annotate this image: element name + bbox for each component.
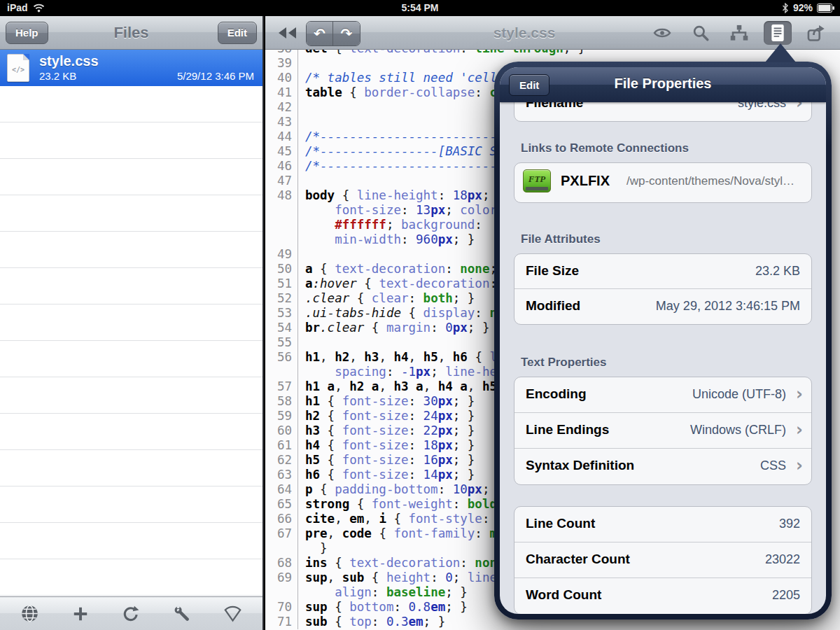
file-list-empty-row (0, 450, 262, 486)
settings-button[interactable] (170, 602, 194, 626)
file-properties-popover: Edit File Properties Filename style.css … (494, 62, 832, 620)
screen: iPad 5:54 PM 92% Help Files Edit (0, 0, 840, 630)
line-number: 70 (265, 600, 298, 615)
syntax-definition-label: Syntax Definition (526, 458, 634, 473)
ftp-icon: FTP (523, 169, 551, 192)
filename-row[interactable]: Filename style.css › (514, 102, 811, 121)
file-list-empty-area (0, 86, 262, 596)
document-title: style.css (454, 24, 594, 41)
line-number (265, 218, 298, 232)
line-number: 38 (265, 50, 298, 56)
connection-name: PXLFIX (561, 173, 610, 189)
file-list-item-selected[interactable]: </> style.css 23.2 KB 5/29/12 3:46 PM (0, 50, 262, 86)
globe-button[interactable] (18, 602, 41, 626)
line-number: 51 (265, 276, 298, 291)
sidebar-toolbar (0, 596, 262, 630)
line-number: 56 (265, 350, 298, 365)
search-icon (692, 24, 710, 42)
chevron-right-icon: › (796, 102, 803, 113)
chevron-right-icon: › (796, 456, 803, 475)
line-number: 68 (265, 556, 298, 570)
line-number (265, 203, 298, 218)
edit-files-button[interactable]: Edit (218, 22, 257, 44)
file-list-empty-row (0, 232, 262, 268)
share-button[interactable] (802, 21, 830, 45)
word-count-row: Word Count 2205 (514, 578, 811, 614)
line-number: 62 (265, 453, 298, 468)
file-list-empty-row (0, 523, 262, 559)
remote-connection-row[interactable]: FTP PXLFIX /wp-content/themes/Nova/styl… (514, 163, 811, 202)
character-count-row: Character Count 23022 (514, 542, 811, 578)
code-line: 38del { text-decoration: line-through; } (265, 50, 840, 56)
bluetooth-icon (782, 3, 789, 13)
encoding-value: Unicode (UTF-8) (692, 387, 786, 402)
popover-header: Edit File Properties (500, 67, 826, 102)
line-number: 59 (265, 409, 298, 424)
encoding-label: Encoding (526, 386, 587, 402)
preview-button[interactable] (648, 21, 676, 45)
file-size-row: File Size 23.2 KB (514, 254, 811, 289)
file-list-empty-row (0, 341, 262, 377)
globe-icon (20, 604, 39, 623)
line-number: 53 (265, 306, 298, 321)
popover-content[interactable]: Filename style.css › Links to Remote Con… (500, 102, 826, 614)
line-number: 48 (265, 188, 298, 203)
modified-value: May 29, 2012 3:46:15 PM (656, 299, 800, 314)
file-list-empty-row (0, 86, 262, 122)
battery-percent: 92% (793, 2, 813, 13)
character-count-label: Character Count (526, 552, 630, 567)
line-number: 41 (265, 85, 298, 100)
links-group: FTP PXLFIX /wp-content/themes/Nova/styl… (514, 162, 812, 203)
file-list-empty-row (0, 159, 262, 195)
files-sidebar: Help Files Edit </> style.css 23.2 KB 5/… (0, 16, 264, 630)
document-properties-icon (769, 24, 786, 42)
line-number: 71 (265, 615, 298, 629)
line-number: 50 (265, 262, 298, 276)
line-number (265, 585, 298, 600)
sitemap-icon (729, 24, 749, 41)
line-count-value: 392 (779, 517, 800, 531)
file-list-empty-row (0, 414, 262, 450)
undo-button[interactable]: ↶ (307, 22, 333, 46)
line-number: 39 (265, 56, 298, 71)
line-number: 57 (265, 379, 298, 394)
connection-path: /wp-content/themes/Nova/styl… (626, 174, 794, 188)
redo-button[interactable]: ↷ (333, 22, 360, 46)
line-number (265, 232, 298, 247)
word-count-label: Word Count (526, 587, 601, 603)
transfer-button[interactable] (221, 602, 245, 626)
line-number: 64 (265, 482, 298, 497)
encoding-row[interactable]: Encoding Unicode (UTF-8) › (514, 377, 811, 413)
line-number: 52 (265, 291, 298, 306)
attributes-group: File Size 23.2 KB Modified May 29, 2012 … (514, 253, 812, 325)
refresh-button[interactable] (119, 602, 143, 626)
line-number: 44 (265, 130, 298, 144)
symbol-navigator-button[interactable] (725, 21, 753, 45)
file-list-empty-row (0, 377, 262, 414)
filename-value: style.css (738, 102, 786, 111)
file-size-value: 23.2 KB (755, 264, 800, 279)
line-number: 61 (265, 438, 298, 453)
line-endings-row[interactable]: Line Endings Windows (CRLF) › (514, 413, 811, 449)
line-number: 45 (265, 144, 298, 159)
line-number: 55 (265, 335, 298, 350)
refresh-icon (122, 605, 140, 623)
css-file-icon: </> (7, 54, 29, 82)
clock: 5:54 PM (0, 2, 840, 13)
line-number: 66 (265, 512, 298, 526)
popover-arrow (765, 43, 796, 62)
file-properties-button[interactable] (764, 21, 792, 45)
line-number (265, 541, 298, 556)
syntax-definition-row[interactable]: Syntax Definition CSS › (514, 449, 811, 484)
wedge-icon (223, 605, 242, 623)
line-count-row: Line Count 392 (514, 507, 811, 542)
add-button[interactable] (69, 602, 92, 626)
editor-toolbar: ↶ ↷ style.css (265, 16, 840, 50)
wrench-icon (173, 605, 191, 623)
double-chevron-left-icon (278, 27, 298, 39)
collapse-sidebar-button[interactable] (275, 22, 300, 44)
file-modified-date: 5/29/12 3:46 PM (177, 70, 254, 82)
file-size: 23.2 KB (39, 70, 76, 82)
search-button[interactable] (687, 21, 715, 45)
line-number: 63 (265, 468, 298, 482)
